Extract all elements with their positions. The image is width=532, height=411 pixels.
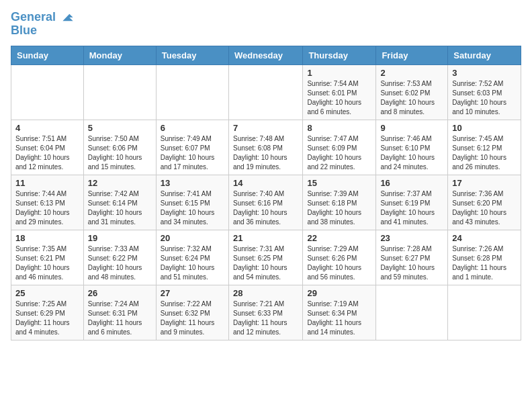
day-number: 29 [307,288,371,298]
day-info: Sunrise: 7:40 AM Sunset: 6:16 PM Dayligh… [233,189,298,227]
day-number: 15 [307,178,371,188]
calendar-cell [448,285,521,340]
calendar-cell: 18Sunrise: 7:35 AM Sunset: 6:21 PM Dayli… [11,230,84,285]
day-info: Sunrise: 7:36 AM Sunset: 6:20 PM Dayligh… [452,189,517,227]
day-info: Sunrise: 7:54 AM Sunset: 6:01 PM Dayligh… [307,79,371,117]
calendar-cell: 19Sunrise: 7:33 AM Sunset: 6:22 PM Dayli… [83,230,156,285]
logo-general: General [11,10,56,24]
column-header-saturday: Saturday [448,46,521,65]
day-number: 3 [452,68,517,78]
day-info: Sunrise: 7:52 AM Sunset: 6:03 PM Dayligh… [452,79,517,117]
calendar-cell: 10Sunrise: 7:45 AM Sunset: 6:12 PM Dayli… [448,120,521,175]
day-info: Sunrise: 7:45 AM Sunset: 6:12 PM Dayligh… [452,134,517,172]
day-number: 21 [233,233,298,243]
day-number: 20 [161,233,224,243]
calendar-cell: 2Sunrise: 7:53 AM Sunset: 6:02 PM Daylig… [376,65,448,120]
calendar-cell: 23Sunrise: 7:28 AM Sunset: 6:27 PM Dayli… [376,230,448,285]
logo: General Blue [11,11,74,38]
calendar-cell: 20Sunrise: 7:32 AM Sunset: 6:24 PM Dayli… [156,230,228,285]
day-number: 6 [161,123,224,133]
day-info: Sunrise: 7:47 AM Sunset: 6:09 PM Dayligh… [307,134,371,172]
calendar-cell: 15Sunrise: 7:39 AM Sunset: 6:18 PM Dayli… [303,175,376,230]
day-number: 19 [88,233,152,243]
calendar-cell: 3Sunrise: 7:52 AM Sunset: 6:03 PM Daylig… [448,65,521,120]
day-info: Sunrise: 7:26 AM Sunset: 6:28 PM Dayligh… [452,244,517,282]
day-info: Sunrise: 7:25 AM Sunset: 6:29 PM Dayligh… [15,300,79,337]
column-header-sunday: Sunday [11,46,84,65]
day-info: Sunrise: 7:33 AM Sunset: 6:22 PM Dayligh… [88,244,152,282]
day-number: 13 [161,178,224,188]
calendar-cell: 29Sunrise: 7:19 AM Sunset: 6:34 PM Dayli… [303,285,376,340]
calendar-cell: 6Sunrise: 7:49 AM Sunset: 6:07 PM Daylig… [156,120,228,175]
column-header-monday: Monday [83,46,156,65]
day-info: Sunrise: 7:31 AM Sunset: 6:25 PM Dayligh… [233,244,298,282]
day-info: Sunrise: 7:41 AM Sunset: 6:15 PM Dayligh… [161,189,224,227]
calendar-cell [83,65,156,120]
day-number: 2 [380,68,443,78]
day-info: Sunrise: 7:48 AM Sunset: 6:08 PM Dayligh… [233,134,298,172]
calendar-cell: 8Sunrise: 7:47 AM Sunset: 6:09 PM Daylig… [303,120,376,175]
day-info: Sunrise: 7:24 AM Sunset: 6:31 PM Dayligh… [88,300,152,337]
day-info: Sunrise: 7:19 AM Sunset: 6:34 PM Dayligh… [307,300,371,337]
calendar-cell: 25Sunrise: 7:25 AM Sunset: 6:29 PM Dayli… [11,285,84,340]
day-number: 24 [452,233,517,243]
column-header-tuesday: Tuesday [156,46,228,65]
day-number: 5 [88,123,152,133]
column-header-wednesday: Wednesday [228,46,302,65]
day-number: 4 [15,123,79,133]
calendar-cell [228,65,302,120]
day-info: Sunrise: 7:21 AM Sunset: 6:33 PM Dayligh… [233,300,298,337]
column-header-friday: Friday [376,46,448,65]
week-row-3: 18Sunrise: 7:35 AM Sunset: 6:21 PM Dayli… [11,230,521,285]
calendar-cell: 26Sunrise: 7:24 AM Sunset: 6:31 PM Dayli… [83,285,156,340]
day-info: Sunrise: 7:35 AM Sunset: 6:21 PM Dayligh… [15,244,79,282]
day-info: Sunrise: 7:53 AM Sunset: 6:02 PM Dayligh… [380,79,443,117]
day-number: 26 [88,288,152,298]
day-info: Sunrise: 7:29 AM Sunset: 6:26 PM Dayligh… [307,244,371,282]
day-number: 18 [15,233,79,243]
day-info: Sunrise: 7:51 AM Sunset: 6:04 PM Dayligh… [15,134,79,172]
calendar-cell: 9Sunrise: 7:46 AM Sunset: 6:10 PM Daylig… [376,120,448,175]
calendar-cell [376,285,448,340]
calendar-cell: 13Sunrise: 7:41 AM Sunset: 6:15 PM Dayli… [156,175,228,230]
svg-marker-0 [62,14,73,21]
page-header: General Blue [11,11,521,38]
calendar-cell: 24Sunrise: 7:26 AM Sunset: 6:28 PM Dayli… [448,230,521,285]
calendar-cell: 27Sunrise: 7:22 AM Sunset: 6:32 PM Dayli… [156,285,228,340]
calendar-header-row: SundayMondayTuesdayWednesdayThursdayFrid… [11,46,521,65]
logo-text: General Blue [11,11,74,38]
calendar-cell [11,65,84,120]
week-row-4: 25Sunrise: 7:25 AM Sunset: 6:29 PM Dayli… [11,285,521,340]
day-info: Sunrise: 7:22 AM Sunset: 6:32 PM Dayligh… [161,300,224,337]
day-number: 9 [380,123,443,133]
calendar-cell: 14Sunrise: 7:40 AM Sunset: 6:16 PM Dayli… [228,175,302,230]
day-number: 25 [15,288,79,298]
day-number: 8 [307,123,371,133]
week-row-0: 1Sunrise: 7:54 AM Sunset: 6:01 PM Daylig… [11,65,521,120]
day-number: 22 [307,233,371,243]
calendar-cell: 11Sunrise: 7:44 AM Sunset: 6:13 PM Dayli… [11,175,84,230]
day-info: Sunrise: 7:42 AM Sunset: 6:14 PM Dayligh… [88,189,152,227]
calendar-cell: 12Sunrise: 7:42 AM Sunset: 6:14 PM Dayli… [83,175,156,230]
logo-icon [60,11,74,24]
calendar-table: SundayMondayTuesdayWednesdayThursdayFrid… [11,46,521,340]
calendar-cell: 4Sunrise: 7:51 AM Sunset: 6:04 PM Daylig… [11,120,84,175]
calendar-cell: 22Sunrise: 7:29 AM Sunset: 6:26 PM Dayli… [303,230,376,285]
calendar-cell: 5Sunrise: 7:50 AM Sunset: 6:06 PM Daylig… [83,120,156,175]
day-number: 16 [380,178,443,188]
day-info: Sunrise: 7:44 AM Sunset: 6:13 PM Dayligh… [15,189,79,227]
week-row-2: 11Sunrise: 7:44 AM Sunset: 6:13 PM Dayli… [11,175,521,230]
day-number: 28 [233,288,298,298]
day-info: Sunrise: 7:39 AM Sunset: 6:18 PM Dayligh… [307,189,371,227]
calendar-cell: 28Sunrise: 7:21 AM Sunset: 6:33 PM Dayli… [228,285,302,340]
day-number: 12 [88,178,152,188]
calendar-cell: 21Sunrise: 7:31 AM Sunset: 6:25 PM Dayli… [228,230,302,285]
logo-blue: Blue [11,24,37,37]
calendar-cell [156,65,228,120]
day-info: Sunrise: 7:49 AM Sunset: 6:07 PM Dayligh… [161,134,224,172]
calendar-cell: 1Sunrise: 7:54 AM Sunset: 6:01 PM Daylig… [303,65,376,120]
day-info: Sunrise: 7:46 AM Sunset: 6:10 PM Dayligh… [380,134,443,172]
calendar-cell: 7Sunrise: 7:48 AM Sunset: 6:08 PM Daylig… [228,120,302,175]
day-number: 11 [15,178,79,188]
day-number: 1 [307,68,371,78]
